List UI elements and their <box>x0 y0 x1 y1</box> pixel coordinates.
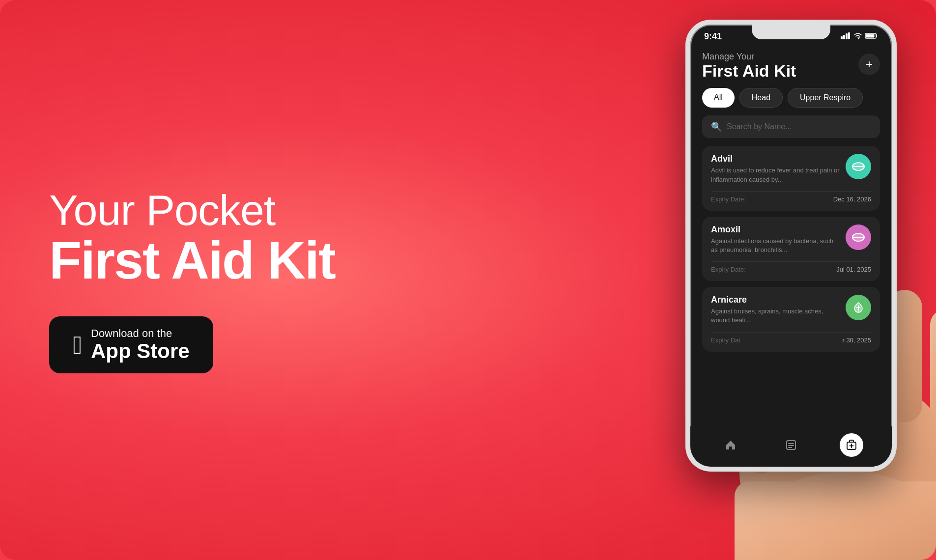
svg-rect-8 <box>841 36 843 39</box>
svg-rect-9 <box>843 35 845 39</box>
app-title-sub: Manage Your <box>702 52 796 62</box>
filter-tab-all[interactable]: All <box>702 88 735 108</box>
card-expiry: Expiry Dat r 30, 2025 <box>711 332 871 344</box>
app-store-line2: App Store <box>91 340 190 363</box>
card-name: Amoxil <box>711 224 840 235</box>
expiry-label: Expiry Date: <box>711 196 746 203</box>
medicine-cards: Advil Advil is used to reduce fever and … <box>702 146 880 417</box>
card-desc: Against bruises, sprains, muscle aches, … <box>711 307 840 325</box>
card-desc: Advil is used to reduce fever and treat … <box>711 166 840 184</box>
expiry-date: r 30, 2025 <box>842 336 871 344</box>
svg-point-12 <box>858 38 859 39</box>
card-top: Amoxil Against infections caused by bact… <box>711 224 871 254</box>
wifi-icon <box>853 32 862 41</box>
status-icons <box>841 32 878 41</box>
headline-bold: First Aid Kit <box>49 234 543 287</box>
card-name: Advil <box>711 154 840 164</box>
phone-mockup: 9:41 <box>685 20 897 472</box>
medicine-card-advil[interactable]: Advil Advil is used to reduce fever and … <box>702 146 880 210</box>
bottom-nav <box>690 426 892 467</box>
card-info: Advil Advil is used to reduce fever and … <box>711 154 846 184</box>
card-icon-arnicare <box>846 295 871 320</box>
svg-rect-5 <box>930 309 936 422</box>
search-bar[interactable]: 🔍 Search by Name... <box>702 115 880 138</box>
background: Your Pocket First Aid Kit  Download on … <box>0 0 936 560</box>
card-expiry: Expiry Date: Dec 16, 2026 <box>711 191 871 203</box>
search-placeholder: Search by Name... <box>727 122 792 131</box>
filter-tab-head[interactable]: Head <box>739 88 783 108</box>
medicine-card-arnicare[interactable]: Arnicare Against bruises, sprains, muscl… <box>702 287 880 351</box>
headline-top: Your Pocket <box>49 187 543 234</box>
app-store-text: Download on the App Store <box>91 327 190 363</box>
svg-rect-10 <box>846 33 848 39</box>
battery-icon <box>865 32 878 41</box>
app-title-main: First Aid Kit <box>702 62 796 80</box>
filter-tabs: All Head Upper Respiro <box>702 88 880 108</box>
headline: Your Pocket First Aid Kit <box>49 187 543 287</box>
card-expiry: Expiry Date: Jul 01, 2025 <box>711 261 871 273</box>
app-store-button[interactable]:  Download on the App Store <box>49 316 213 373</box>
card-name: Arnicare <box>711 295 840 305</box>
nav-home[interactable] <box>719 433 742 457</box>
nav-list[interactable] <box>779 433 803 457</box>
search-icon: 🔍 <box>711 121 722 132</box>
card-desc: Against infections caused by bacteria, s… <box>711 237 840 254</box>
svg-rect-14 <box>866 34 875 38</box>
app-content: Manage Your First Aid Kit + All Head Upp… <box>690 42 892 426</box>
svg-rect-7 <box>735 481 936 560</box>
expiry-date: Jul 01, 2025 <box>836 266 871 273</box>
card-info: Arnicare Against bruises, sprains, muscl… <box>711 295 846 325</box>
app-title-block: Manage Your First Aid Kit <box>702 52 796 80</box>
filter-tab-upper[interactable]: Upper Respiro <box>788 88 863 108</box>
add-button[interactable]: + <box>858 54 880 75</box>
expiry-label: Expiry Date: <box>711 266 746 273</box>
left-section: Your Pocket First Aid Kit  Download on … <box>0 147 592 413</box>
right-section: 9:41 <box>592 0 936 560</box>
expiry-label: Expiry Dat <box>711 336 740 344</box>
card-icon-advil <box>846 154 871 179</box>
app-store-line1: Download on the <box>91 327 190 340</box>
phone-notch <box>752 25 830 39</box>
expiry-date: Dec 16, 2026 <box>833 196 871 203</box>
app-header: Manage Your First Aid Kit + <box>702 52 880 80</box>
nav-kit[interactable] <box>840 433 863 457</box>
status-time: 9:41 <box>704 31 722 42</box>
signal-icon <box>841 32 851 41</box>
card-top: Advil Advil is used to reduce fever and … <box>711 154 871 184</box>
medicine-card-amoxil[interactable]: Amoxil Against infections caused by bact… <box>702 217 880 281</box>
svg-rect-11 <box>848 32 850 39</box>
apple-icon:  <box>73 332 82 358</box>
card-info: Amoxil Against infections caused by bact… <box>711 224 846 254</box>
card-top: Arnicare Against bruises, sprains, muscl… <box>711 295 871 325</box>
card-icon-amoxil <box>846 224 871 250</box>
